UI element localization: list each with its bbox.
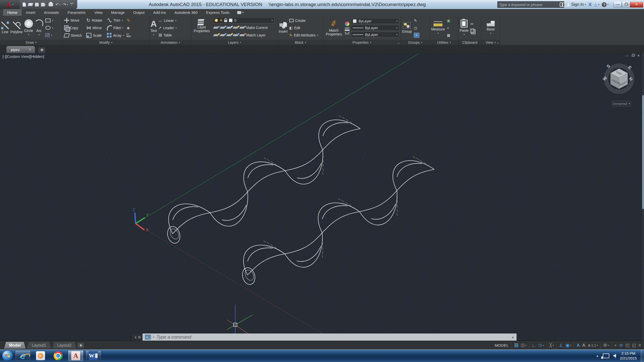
chevron-down-icon[interactable]: ▾ xyxy=(153,336,154,338)
offset-button[interactable] xyxy=(126,32,131,38)
annotation-scale-button[interactable]: A1:1▾ xyxy=(588,343,598,347)
redo-button[interactable]: ↷▾ xyxy=(63,3,68,7)
show-desktop-button[interactable] xyxy=(641,349,644,362)
cut-button[interactable]: ✂ xyxy=(470,21,476,27)
tab-parametric[interactable]: Parametric xyxy=(63,9,90,16)
workspace-switching-button[interactable]: ⚙▾ xyxy=(603,343,609,348)
tab-view[interactable]: View xyxy=(90,9,107,16)
grid-toggle[interactable] xyxy=(514,343,518,347)
volume-button[interactable]: ) xyxy=(613,353,616,358)
new-layout-button[interactable]: ✚ xyxy=(77,343,84,348)
tab-layout1[interactable]: Layout1 xyxy=(27,342,51,349)
trim-button[interactable]: Trim▾ xyxy=(106,17,125,24)
quick-calculator-button[interactable]: ▦ xyxy=(446,32,451,38)
table-button[interactable]: ⊞Table xyxy=(158,32,177,38)
group-edit-button[interactable]: ◳ xyxy=(413,25,420,31)
hardware-acceleration-button[interactable]: ◱ xyxy=(632,343,636,348)
wrench-icon[interactable]: ⚙ xyxy=(138,336,141,339)
tab-annotate[interactable]: Annotate xyxy=(40,9,63,16)
viewport-controls-label[interactable]: [-][Custom View][Hidden] xyxy=(3,54,44,59)
lineweight-combo[interactable]: ByLayer▾ xyxy=(351,25,399,31)
make-current-icon[interactable] xyxy=(239,27,245,29)
copy-button[interactable]: Copy xyxy=(64,25,82,31)
layer-isolate-icon[interactable] xyxy=(220,27,225,29)
layer-off-icon[interactable] xyxy=(213,27,219,29)
taskbar-chrome[interactable] xyxy=(50,350,66,361)
layer-lock-icon[interactable] xyxy=(233,27,238,29)
layer-freeze-icon[interactable] xyxy=(226,27,232,29)
array-button[interactable]: Array▾ xyxy=(106,32,125,39)
move-button[interactable]: Move xyxy=(64,17,82,24)
layer-thaw-icon[interactable] xyxy=(226,34,232,36)
layer-properties-button[interactable]: Layer Properties xyxy=(192,17,211,39)
drawing-restore-button[interactable] xyxy=(632,55,634,57)
group-selection-toggle[interactable]: ↖ xyxy=(413,32,420,38)
drag-grip-icon[interactable] xyxy=(133,335,133,339)
scrollbar-thumb[interactable] xyxy=(642,95,644,209)
viewcube[interactable]: S E W N TOP FRONT RIGHT xyxy=(601,63,638,103)
file-tab-pipez[interactable]: pipez ✕ xyxy=(6,46,35,53)
mirror-button[interactable]: ⋈Mirror xyxy=(86,25,103,31)
tab-addins[interactable]: Add-ins xyxy=(149,9,170,16)
panel-label-modify[interactable]: Modify▾ xyxy=(62,40,149,45)
drawing-canvas[interactable]: ZYX [-][Custom View][Hidden] — ✕ S E W N… xyxy=(0,53,644,341)
new-drawing-tab-button[interactable]: ✚ xyxy=(38,47,46,53)
isolate-objects-button[interactable]: ◰ xyxy=(625,343,629,348)
panel-label-groups[interactable]: Groups▾ xyxy=(401,40,430,45)
taskbar-word[interactable]: W xyxy=(86,350,101,361)
object-color-combo[interactable]: ByLayer▾ xyxy=(351,18,399,24)
annotation-visibility-toggle[interactable]: A xyxy=(577,343,580,348)
annotation-monitor-button[interactable]: + xyxy=(614,343,617,348)
exchange-apps-icon[interactable]: X xyxy=(588,2,592,7)
polyline-button[interactable]: Polyline xyxy=(10,17,23,39)
ungroup-button[interactable]: ✎ xyxy=(413,17,420,24)
polar-tracking-toggle[interactable]: ◷▾ xyxy=(538,343,544,348)
linetype-icon[interactable] xyxy=(345,32,349,33)
annotation-autoscale-toggle[interactable]: A xyxy=(582,343,585,348)
tab-model[interactable]: Model xyxy=(4,342,26,349)
ribbon-display-toggle[interactable]: ▾ xyxy=(237,9,244,16)
stretch-button[interactable]: Stretch xyxy=(64,32,82,39)
scale-button[interactable]: Scale xyxy=(86,32,103,39)
lineweight-icon[interactable] xyxy=(345,28,349,28)
panel-label-block[interactable]: Block▾ xyxy=(278,40,323,45)
customize-status-bar-button[interactable]: ≡ xyxy=(638,343,641,348)
fillet-button[interactable]: Fillet▾ xyxy=(106,25,125,31)
linear-dimension-button[interactable]: ↔Linear▾ xyxy=(158,17,177,24)
create-block-button[interactable]: Create xyxy=(289,17,319,24)
network-icon[interactable] xyxy=(603,353,609,358)
panel-label-view[interactable]: View▾↘ xyxy=(481,40,500,45)
qat-customize-button[interactable]: ▾ xyxy=(70,3,73,6)
model-space-label[interactable]: MODEL xyxy=(495,343,509,347)
panel-label-clipboard[interactable]: Clipboard xyxy=(458,40,481,45)
object-snap-tracking-toggle[interactable]: ∠ xyxy=(559,343,563,348)
tab-express-tools[interactable]: Express Tools xyxy=(202,9,234,16)
taskbar-clock[interactable]: 2:15 PM 2/21/2015 xyxy=(620,351,637,361)
close-icon[interactable]: ✕ xyxy=(28,47,32,52)
save-as-button[interactable]: ✎ xyxy=(41,3,46,7)
close-icon[interactable]: x xyxy=(135,335,136,339)
command-bar-handle[interactable]: x ⚙ xyxy=(131,333,142,341)
ellipse-button[interactable]: ▾ xyxy=(45,25,54,31)
command-input[interactable] xyxy=(157,335,509,340)
panel-label-layers[interactable]: Layers▾ xyxy=(191,40,278,45)
start-button[interactable] xyxy=(2,350,13,361)
drawing-close-button[interactable]: ✕ xyxy=(637,54,640,58)
linetype-combo[interactable]: ByLayer▾ xyxy=(351,32,399,37)
tab-output[interactable]: Output xyxy=(129,9,149,16)
taskbar-autocad[interactable]: A xyxy=(68,350,84,361)
edit-attributes-button[interactable]: ✎Edit Attributes▾ xyxy=(289,32,319,38)
base-view-button[interactable]: Base▾ xyxy=(487,17,495,39)
application-menu-button[interactable]: A ▾ xyxy=(0,0,20,9)
tab-insert[interactable]: Insert xyxy=(22,9,40,16)
match-properties-button[interactable]: ✐Match Properties xyxy=(324,17,343,39)
dialog-launcher-icon[interactable]: ↘ xyxy=(497,41,499,44)
layer-unisolate-icon[interactable] xyxy=(220,34,225,36)
dialog-launcher-icon[interactable]: ↘ xyxy=(397,41,399,44)
id-point-button[interactable]: + xyxy=(446,25,451,31)
canvas-scrollbar[interactable] xyxy=(642,53,644,341)
circle-button[interactable]: Circle▾ xyxy=(24,17,33,39)
ortho-toggle[interactable]: ∟ xyxy=(532,343,536,348)
rectangle-button[interactable]: ▾ xyxy=(45,17,54,24)
layer-select-combo[interactable]: ☀ 0 ▾ xyxy=(213,17,274,23)
